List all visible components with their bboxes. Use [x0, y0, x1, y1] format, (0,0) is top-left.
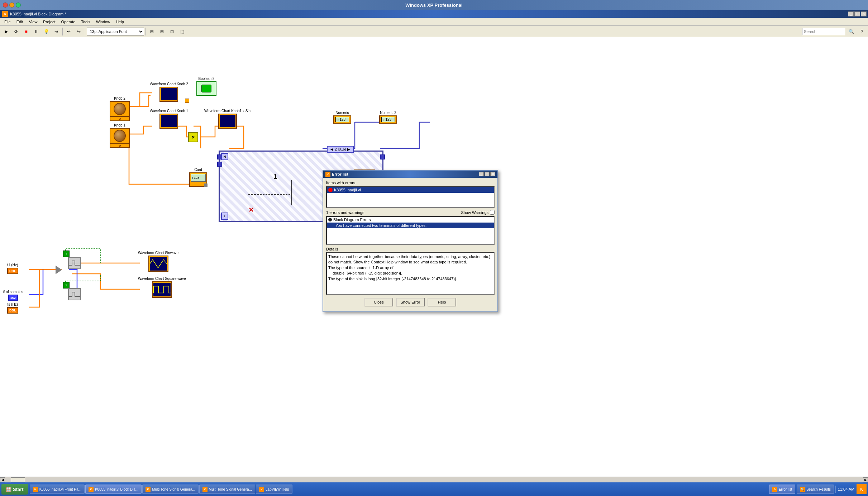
card-label: Card [194, 168, 202, 172]
help-button[interactable]: Help [428, 298, 456, 306]
fs-label: fs (Hz) [8, 302, 18, 306]
main-diagram-area: Boolean 8 Waveform Chart Knob 2 Knob 2 [0, 37, 868, 496]
waveform-chart-knob1: Waveform Chart Knob 1 [150, 109, 188, 129]
redo-btn[interactable]: ↪ [74, 27, 84, 36]
taskbar-error-list[interactable]: ⚠ Error list [769, 485, 795, 494]
knob1-label: Knob 1 [114, 123, 125, 127]
f1-element: f1 (Hz) DBL [7, 263, 18, 274]
error-x-mark: ✕ [248, 206, 254, 214]
abort-btn[interactable]: ■ [22, 27, 31, 36]
block-diagram-errors-header[interactable]: Block Diagram Errors [327, 217, 494, 223]
taskbar-item-4[interactable]: K LabVIEW Help [256, 485, 292, 494]
show-error-button[interactable]: Show Error [396, 298, 425, 306]
distribute-btn[interactable]: ⊞ [157, 27, 167, 36]
waveform-squarewave-display [152, 281, 172, 298]
toolbar-sep2 [85, 28, 85, 35]
waveform-chart-knob1-sin-display [218, 114, 237, 129]
undo-btn[interactable]: ↩ [64, 27, 73, 36]
app-close-btn[interactable]: ✕ [861, 11, 867, 16]
menu-edit[interactable]: Edit [14, 19, 26, 25]
menu-operate[interactable]: Operate [58, 19, 78, 25]
numeric-element: Numeric ↕ 123 [333, 111, 351, 124]
taskbar-right-sep [835, 486, 836, 493]
samples-element: # of samples 152 [3, 290, 23, 301]
knob2-element: Knob 2 ⊕ [110, 96, 130, 121]
menu-project[interactable]: Project [40, 19, 58, 25]
pause-btn[interactable]: ⏸ [32, 27, 41, 36]
close-button[interactable]: Close [364, 298, 393, 306]
taskbar-search-label: Search Results [806, 487, 831, 491]
menu-tools[interactable]: Tools [78, 19, 93, 25]
error-dialog-close[interactable]: ✕ [490, 172, 495, 176]
font-select[interactable]: 13pt Application Font [87, 28, 144, 35]
menu-file[interactable]: File [1, 19, 14, 25]
menu-view[interactable]: View [26, 19, 40, 25]
waveform-sinwave-label: Waveform Chart Sinwave [138, 251, 178, 255]
waveform-squarewave: Waveform Chart Square wave [138, 277, 186, 298]
numeric2-display: ↕ 123 [379, 115, 397, 124]
toolbar: ▶ ⟳ ■ ⏸ 💡 ⇥ ↩ ↪ 13pt Application Font ⊟ … [0, 26, 868, 37]
taskbar-label-1: K8055_nadjil.vi Block Dia... [95, 487, 138, 491]
items-with-errors-label: Items with errors [326, 181, 495, 185]
reorder-btn[interactable]: ⬚ [177, 27, 187, 36]
scroll-right-btn[interactable]: ▶ [863, 477, 868, 482]
search-input[interactable] [802, 28, 845, 35]
knob1-element: Knob 1 ⊕ [110, 123, 130, 148]
search-btn[interactable]: 🔍 [846, 27, 856, 36]
loop-right-terminal [380, 154, 385, 159]
error-tree-box[interactable]: Block Diagram Errors You have connected … [326, 216, 495, 245]
run-continuously-btn[interactable]: ⟳ [11, 27, 21, 36]
search-area: 🔍 ? [802, 27, 867, 36]
taskbar-search-results[interactable]: 🔍 Search Results [797, 485, 834, 494]
highlight-btn[interactable]: 💡 [42, 27, 51, 36]
taskbar-label-2: Multi Tone Signal Genera... [152, 487, 195, 491]
error-red-icon [328, 188, 333, 192]
scroll-left-btn[interactable]: ◀ [0, 477, 5, 482]
app-restore-btn[interactable]: □ [854, 11, 860, 16]
error-circle-icon [328, 218, 332, 221]
loop-left-terminal2 [217, 162, 222, 167]
error-dialog: ⚠ Error list _ □ ✕ Items with errors K8 [323, 170, 498, 312]
error-vi-name: K8055_nadjil.vi [334, 188, 361, 192]
run-btn[interactable]: ▶ [1, 27, 11, 36]
help-btn[interactable]: ? [857, 27, 867, 36]
labview-tray-icon[interactable]: K [857, 484, 867, 494]
app-minimize-btn[interactable]: _ [848, 11, 854, 16]
show-warnings-checkbox[interactable] [490, 210, 495, 215]
maximize-btn[interactable] [16, 3, 21, 8]
f1-label: f1 (Hz) [7, 263, 18, 267]
taskbar-item-2[interactable]: K Multi Tone Signal Genera... [142, 485, 198, 494]
error-dialog-maximize[interactable]: □ [485, 172, 490, 176]
numeric-value: ↕ 123 [335, 117, 349, 122]
start-button[interactable]: 🪟 Start [1, 484, 28, 495]
split-node [56, 266, 62, 274]
horizontal-scrollbar[interactable]: ◀ ▶ [0, 477, 868, 482]
error-tree-child[interactable]: You have connected two terminals of diff… [327, 223, 494, 228]
step-over-btn[interactable]: ⇥ [52, 27, 61, 36]
error-status-bar: 1 errors and warnings Show Warnings [326, 210, 495, 215]
waveform-chart-knob1-sin-label: Waveform Chart Knob1 x Sin [204, 109, 251, 113]
taskbar-item-0[interactable]: K K8055_nadjil.vi Front Pa... [30, 485, 85, 494]
samples-label: # of samples [3, 290, 23, 294]
toolbar-sep3 [146, 28, 146, 35]
scrollbar-thumb[interactable] [11, 477, 25, 482]
items-with-errors-list[interactable]: K8055_nadjil.vi [326, 186, 495, 208]
align-btn[interactable]: ⊟ [147, 27, 157, 36]
minimize-btn[interactable] [9, 3, 14, 8]
resize-btn[interactable]: ⊡ [167, 27, 177, 36]
taskbar-right-area: ⚠ Error list 🔍 Search Results 11:04 AM K [769, 484, 867, 494]
toolbar-sep1 [62, 28, 63, 35]
waveform-chart-knob1-sin: Waveform Chart Knob1 x Sin [204, 109, 251, 129]
taskbar-item-3[interactable]: K Multi Tone Signal Genera... [199, 485, 255, 494]
close-btn[interactable] [3, 3, 8, 8]
error-dialog-minimize[interactable]: _ [479, 172, 484, 176]
app-title-text: K8055_nadjil.vi Block Diagram * [10, 12, 66, 16]
menu-window[interactable]: Window [93, 19, 113, 25]
error-vi-item[interactable]: K8055_nadjil.vi [327, 187, 494, 193]
start-label: Start [13, 487, 24, 492]
menu-help[interactable]: Help [113, 19, 127, 25]
boolean8-element: Boolean 8 [196, 77, 216, 96]
show-warnings-label: Show Warnings [461, 210, 488, 215]
samples-value-display: 152 [8, 295, 18, 301]
taskbar-item-1[interactable]: K K8055_nadjil.vi Block Dia... [85, 485, 142, 494]
